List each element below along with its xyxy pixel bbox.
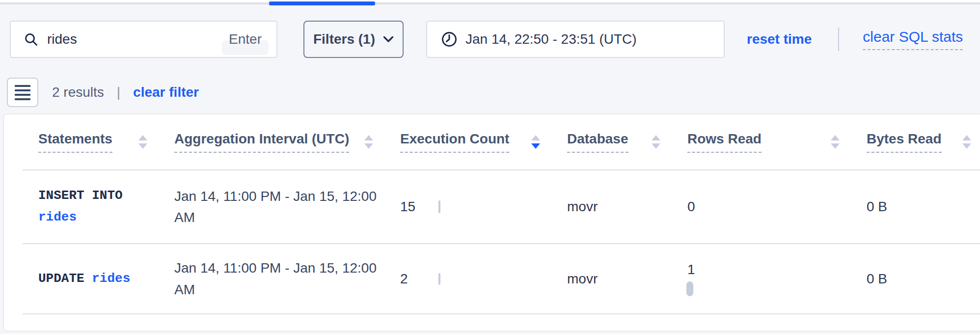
rows-read-cell: 1 bbox=[687, 262, 867, 296]
time-range-picker[interactable]: Jan 14, 22:50 - 23:51 (UTC) bbox=[426, 21, 725, 58]
execution-count-bar bbox=[438, 273, 440, 285]
enter-hint: Enter bbox=[227, 31, 264, 47]
database-cell: movr bbox=[567, 199, 687, 215]
statements-table-card: Statements Aggregation Interval (UTC) Ex… bbox=[4, 114, 980, 331]
clear-sql-stats-link[interactable]: clear SQL stats bbox=[863, 28, 963, 50]
execution-count-cell: 15 bbox=[400, 199, 567, 215]
sort-arrows-icon bbox=[652, 135, 660, 149]
column-header-statements[interactable]: Statements bbox=[38, 131, 174, 153]
active-tab-underline[interactable] bbox=[269, 1, 375, 5]
statement-link[interactable]: rides bbox=[92, 271, 130, 286]
table-header-row: Statements Aggregation Interval (UTC) Ex… bbox=[4, 114, 980, 169]
results-count: 2 results bbox=[52, 84, 104, 100]
time-range-label: Jan 14, 22:50 - 23:51 (UTC) bbox=[465, 31, 637, 47]
reset-time-link[interactable]: reset time bbox=[747, 31, 812, 47]
column-header-execution-count[interactable]: Execution Count bbox=[400, 131, 567, 153]
database-cell: movr bbox=[567, 271, 687, 287]
sort-arrows-icon bbox=[364, 135, 373, 149]
search-box[interactable]: Enter bbox=[10, 21, 277, 58]
toolbar-divider bbox=[838, 28, 839, 51]
column-header-database[interactable]: Database bbox=[567, 131, 687, 153]
rows-read-bar bbox=[686, 281, 693, 296]
list-icon bbox=[15, 85, 30, 100]
filters-button-label: Filters (1) bbox=[313, 31, 375, 47]
clear-filter-link[interactable]: clear filter bbox=[133, 84, 199, 100]
aggregation-interval-cell: Jan 14, 11:00 PM - Jan 15, 12:00 AM bbox=[174, 186, 400, 228]
column-header-aggregation-interval[interactable]: Aggregation Interval (UTC) bbox=[174, 131, 400, 153]
statement-cell: INSERT INTO rides bbox=[38, 185, 174, 228]
execution-count-bar bbox=[438, 200, 440, 213]
chevron-down-icon bbox=[383, 36, 394, 43]
aggregation-interval-cell: Jan 14, 11:00 PM - Jan 15, 12:00 AM bbox=[174, 257, 400, 300]
list-view-button[interactable] bbox=[7, 78, 38, 107]
statement-keyword: INSERT INTO bbox=[38, 188, 123, 203]
search-input[interactable] bbox=[47, 31, 227, 47]
toolbar: Enter Filters (1) Jan 14, 22:50 - 23:51 … bbox=[10, 21, 980, 58]
execution-count-cell: 2 bbox=[400, 271, 567, 287]
filters-button[interactable]: Filters (1) bbox=[303, 21, 404, 58]
sort-arrows-icon-desc-active bbox=[531, 135, 540, 149]
bytes-read-cell: 0 B bbox=[867, 199, 980, 215]
sort-arrows-icon bbox=[138, 135, 147, 149]
sort-arrows-icon bbox=[831, 135, 840, 149]
statement-link[interactable]: rides bbox=[38, 210, 77, 224]
bytes-read-cell: 0 B bbox=[867, 271, 980, 287]
column-header-bytes-read[interactable]: Bytes Read bbox=[867, 131, 980, 153]
rows-read-cell: 0 bbox=[687, 199, 867, 215]
statement-keyword: UPDATE bbox=[38, 271, 84, 286]
table-row: INSERT INTO rides Jan 14, 11:00 PM - Jan… bbox=[4, 170, 980, 243]
search-icon bbox=[24, 32, 38, 47]
column-header-rows-read[interactable]: Rows Read bbox=[687, 131, 867, 153]
clock-icon bbox=[441, 31, 458, 48]
sort-arrows-icon bbox=[962, 135, 971, 149]
table-row: UPDATE rides Jan 14, 11:00 PM - Jan 15, … bbox=[4, 244, 980, 313]
results-bar: 2 results | clear filter bbox=[7, 78, 199, 107]
row-divider bbox=[23, 313, 980, 314]
results-separator: | bbox=[117, 84, 120, 100]
statement-cell: UPDATE rides bbox=[38, 268, 174, 290]
tab-track bbox=[0, 2, 980, 4]
